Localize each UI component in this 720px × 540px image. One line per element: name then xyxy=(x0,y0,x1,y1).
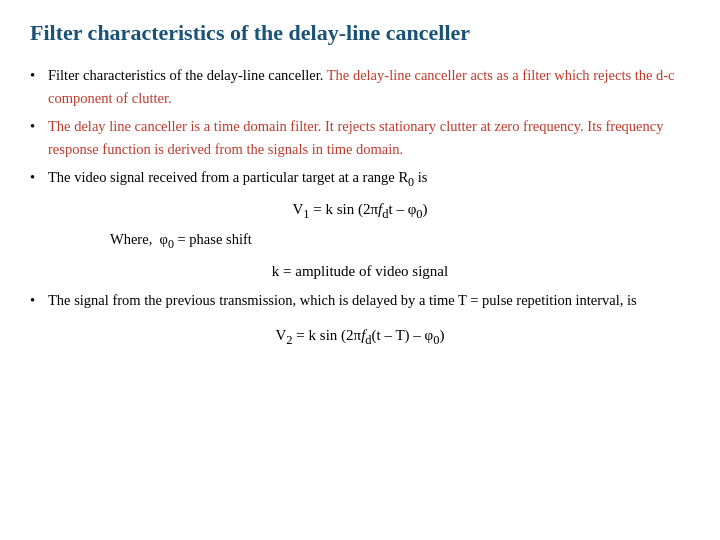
page-title: Filter characteristics of the delay-line… xyxy=(30,20,690,46)
bullet-symbol-1: • xyxy=(30,64,48,86)
fd-sub-1: d xyxy=(382,207,388,221)
content-area: • Filter characteristics of the delay-li… xyxy=(30,64,690,350)
subscript-r0: 0 xyxy=(408,175,414,189)
highlight-text-1: The delay-line canceller acts as a filte… xyxy=(48,67,675,105)
v2-subscript: 2 xyxy=(286,333,292,347)
bullet-item-2: • The delay line canceller is a time dom… xyxy=(30,115,690,160)
highlight-text-2: The delay line canceller is a time domai… xyxy=(48,118,663,156)
formula-v2: V2 = k sin (2πfd(t – T) – φ0) xyxy=(30,324,690,350)
phi0-sub: 0 xyxy=(168,237,174,251)
bullet-item-3: • The video signal received from a parti… xyxy=(30,166,690,192)
bullet-item-1: • Filter characteristics of the delay-li… xyxy=(30,64,690,109)
phi-sub-2: 0 xyxy=(433,333,439,347)
bullet-text-4: The signal from the previous transmissio… xyxy=(48,289,690,311)
bullet-symbol-4: • xyxy=(30,289,48,311)
where-block: Where, φ0 = phase shift xyxy=(110,228,690,254)
bullet-symbol-2: • xyxy=(30,115,48,137)
bullet-text-2: The delay line canceller is a time domai… xyxy=(48,115,690,160)
page-container: Filter characteristics of the delay-line… xyxy=(0,0,720,540)
v1-subscript: 1 xyxy=(303,207,309,221)
phi-sub-1: 0 xyxy=(416,207,422,221)
bullet-symbol-3: • xyxy=(30,166,48,188)
formula-v1: V1 = k sin (2πfdt – φ0) xyxy=(30,198,690,224)
bullet-item-4: • The signal from the previous transmiss… xyxy=(30,289,690,311)
bullet-text-3: The video signal received from a particu… xyxy=(48,166,690,192)
k-amplitude-line: k = amplitude of video signal xyxy=(30,260,690,283)
bullet-text-1: Filter characteristics of the delay-line… xyxy=(48,64,690,109)
fd-sub-2: d xyxy=(365,333,371,347)
